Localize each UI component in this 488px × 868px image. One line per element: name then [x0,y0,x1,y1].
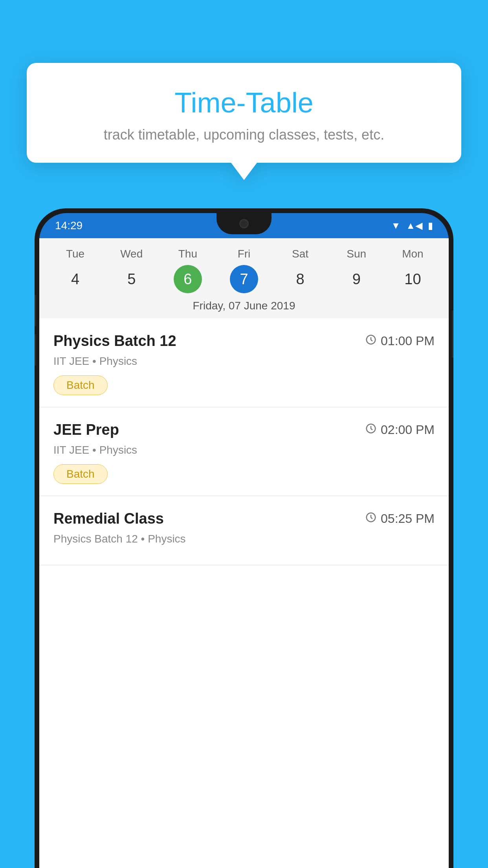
day-tue: Tue [47,248,103,260]
time-text-2: 02:00 PM [381,423,435,437]
clock-icon-1 [365,334,377,349]
batch-badge-1: Batch [53,375,108,395]
notch [216,213,272,234]
clock-icon-3 [365,511,377,526]
schedule-time-3: 05:25 PM [365,511,435,526]
schedule-time-2: 02:00 PM [365,423,435,438]
tooltip-card: Time-Table track timetable, upcoming cla… [27,63,461,163]
signal-icon: ▲◀ [406,220,422,231]
status-icons: ▼ ▲◀ ▮ [391,220,433,231]
day-wed: Wed [103,248,160,260]
wifi-icon: ▼ [391,220,400,231]
schedule-subject-2: IIT JEE • Physics [53,444,435,456]
schedule-name-1: Physics Batch 12 [53,333,176,349]
volume-up-button [35,295,36,326]
schedule-subject-1: IIT JEE • Physics [53,355,435,368]
time-text-3: 05:25 PM [381,511,435,526]
calendar-section: Tue Wed Thu Fri Sat Sun Mon 4 5 6 7 8 [39,238,449,318]
schedule-item-3[interactable]: Remedial Class 05:25 PM Physics Batch [39,496,449,565]
schedule-time-1: 01:00 PM [365,334,435,349]
schedule-subject-3: Physics Batch 12 • Physics [53,533,435,545]
batch-badge-2: Batch [53,464,108,484]
phone-frame: 14:29 ▼ ▲◀ ▮ ☰ Learning Light [35,208,453,868]
phone-screen: 14:29 ▼ ▲◀ ▮ ☰ Learning Light [39,213,449,868]
clock-icon-2 [365,423,377,438]
camera [239,219,249,228]
day-numbers: 4 5 6 7 8 9 10 [47,265,441,293]
schedule-item-1[interactable]: Physics Batch 12 01:00 PM IIT JEE • P [39,318,449,407]
schedule-item-2[interactable]: JEE Prep 02:00 PM IIT JEE • Physics [39,407,449,496]
volume-down-button [35,334,36,366]
day-headers: Tue Wed Thu Fri Sat Sun Mon [47,248,441,260]
date-6-today[interactable]: 6 [174,265,202,293]
date-10[interactable]: 10 [385,265,441,293]
day-thu: Thu [160,248,216,260]
power-button [452,311,453,358]
time-text-1: 01:00 PM [381,334,435,348]
day-sat: Sat [272,248,328,260]
date-5[interactable]: 5 [103,265,160,293]
battery-icon: ▮ [428,220,433,231]
date-4[interactable]: 4 [47,265,103,293]
date-9[interactable]: 9 [328,265,385,293]
status-time: 14:29 [55,219,83,232]
schedule-name-2: JEE Prep [53,421,119,438]
date-7-selected[interactable]: 7 [230,265,258,293]
schedule-list: Physics Batch 12 01:00 PM IIT JEE • P [39,318,449,565]
date-8[interactable]: 8 [272,265,328,293]
schedule-name-3: Remedial Class [53,510,164,527]
screen-content: Tue Wed Thu Fri Sat Sun Mon 4 5 6 7 8 [39,238,449,868]
selected-date-label: Friday, 07 June 2019 [47,300,441,318]
day-sun: Sun [328,248,385,260]
schedule-header-3: Remedial Class 05:25 PM [53,510,435,527]
schedule-header-1: Physics Batch 12 01:00 PM [53,333,435,349]
day-fri: Fri [216,248,272,260]
day-mon: Mon [385,248,441,260]
tooltip-subtitle: track timetable, upcoming classes, tests… [50,127,438,143]
schedule-header-2: JEE Prep 02:00 PM [53,421,435,438]
tooltip-title: Time-Table [50,86,438,119]
